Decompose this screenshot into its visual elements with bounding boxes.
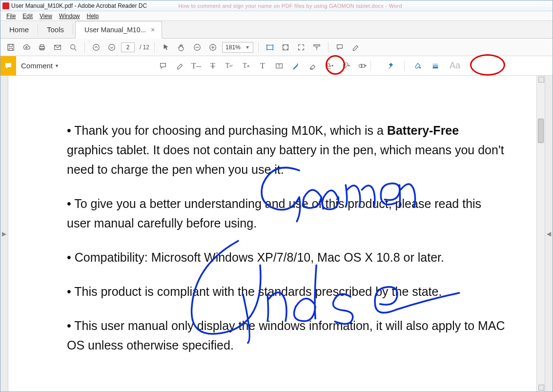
svg-rect-14 [313, 44, 320, 46]
text-box-icon[interactable]: T [273, 60, 286, 72]
menu-window[interactable]: Window [56, 12, 83, 20]
svg-point-9 [109, 44, 115, 50]
svg-point-8 [93, 44, 100, 50]
pdf-page: • Thank you for choosing and purchasing … [8, 76, 536, 392]
fit-page-icon[interactable] [279, 41, 292, 54]
scrollbar-thumb[interactable] [538, 119, 544, 143]
underline-text-icon[interactable]: T [190, 60, 203, 72]
highlighter-icon[interactable] [173, 60, 186, 72]
menubar: File Edit View Window Help [0, 11, 553, 21]
svg-point-7 [71, 44, 75, 49]
email-icon[interactable] [51, 41, 64, 54]
search-icon[interactable] [67, 41, 80, 54]
main-toolbar: / 12 181% ▼ [0, 39, 553, 56]
fullscreen-icon[interactable] [295, 41, 307, 54]
page-down-icon[interactable] [105, 41, 118, 54]
svg-rect-4 [40, 44, 43, 46]
hand-pan-icon[interactable] [175, 41, 188, 54]
page-total: / 12 [140, 44, 149, 51]
read-mode-icon[interactable] [310, 41, 323, 54]
menu-file[interactable]: File [3, 12, 19, 20]
content-area: ▶ • Thank you for choosing and purchasin… [0, 76, 553, 392]
text-properties-label[interactable]: Aa [450, 61, 460, 71]
zoom-select[interactable]: 181% ▼ [222, 42, 253, 53]
add-text-icon[interactable]: T [256, 60, 269, 72]
menu-view[interactable]: View [37, 12, 55, 20]
menu-edit[interactable]: Edit [20, 12, 36, 20]
zoom-in-icon[interactable] [206, 41, 219, 54]
doc-text: • This product is compliant with the sta… [67, 282, 507, 301]
chevron-down-icon: ▼ [246, 45, 250, 50]
vertical-scrollbar[interactable] [536, 76, 545, 392]
svg-rect-2 [9, 48, 12, 50]
cloud-upload-icon[interactable] [20, 41, 33, 54]
print-icon[interactable] [36, 41, 48, 54]
page-up-icon[interactable] [90, 41, 102, 54]
menu-help[interactable]: Help [84, 12, 102, 20]
app-icon [2, 2, 9, 9]
doc-text: • To give you a better understanding and… [67, 194, 507, 233]
svg-rect-0 [8, 44, 14, 50]
nav-home[interactable]: Home [0, 21, 38, 38]
doc-text: • Compatibility: Microsoft Windows XP/7/… [67, 248, 507, 267]
document-viewport[interactable]: • Thank you for choosing and purchasing … [8, 76, 545, 392]
stamp-tool-icon[interactable]: ▾ [323, 60, 335, 72]
line-thickness-icon[interactable] [429, 60, 442, 72]
panel-toggle-left[interactable]: ▶ [0, 76, 8, 392]
comment-toolbar: Comment ▼ T T T↵ Tᴀ T T ▾ ▾ ▾ Aa [0, 56, 553, 76]
attachment-tool-icon[interactable]: ▾ [339, 60, 352, 72]
strikethrough-icon[interactable]: T [206, 60, 219, 72]
pin-toolbar-icon[interactable] [385, 60, 397, 72]
save-icon[interactable] [4, 41, 17, 54]
selection-arrow-icon[interactable] [160, 41, 172, 54]
chevron-down-icon: ▼ [55, 63, 59, 68]
doc-text: • This user manual only display the wind… [67, 316, 507, 355]
doc-text-bold: Battery-Free [387, 124, 459, 137]
svg-text:T: T [278, 63, 281, 68]
fit-width-icon[interactable] [264, 41, 276, 54]
comment-bubble-icon[interactable] [333, 41, 346, 54]
titlebar: User Manual_M10K.pdf - Adobe Acrobat Rea… [0, 0, 553, 11]
zoom-value: 181% [225, 44, 241, 51]
erase-drawing-icon[interactable] [306, 60, 319, 72]
svg-point-17 [359, 64, 362, 67]
draw-freeform-icon[interactable] [289, 60, 302, 72]
sticky-note-icon[interactable] [157, 60, 169, 72]
svg-rect-12 [266, 45, 273, 49]
tabbar: Home Tools User Manual_M10... × [0, 21, 553, 39]
background-window-title: How to comment and sign your name on PDF… [178, 3, 402, 9]
doc-text: graphics tablet. It does not contain any… [67, 143, 504, 176]
svg-rect-1 [9, 44, 12, 46]
drawing-tools-icon[interactable]: ▾ [356, 60, 369, 72]
close-icon[interactable]: × [151, 26, 155, 34]
comment-dropdown[interactable]: Comment ▼ [21, 62, 59, 70]
doc-text: • Thank you for choosing and purchasing … [67, 124, 387, 137]
tab-label: User Manual_M10... [84, 26, 146, 34]
zoom-out-icon[interactable] [191, 41, 204, 54]
annotation-circle-4 [470, 54, 505, 76]
window-title: User Manual_M10K.pdf - Adobe Acrobat Rea… [11, 2, 147, 9]
replace-text-icon[interactable]: T↵ [223, 60, 236, 72]
nav-tools[interactable]: Tools [38, 21, 73, 38]
panel-toggle-right[interactable]: ◀ [545, 76, 553, 392]
page-number-input[interactable] [121, 42, 135, 52]
comment-panel-badge[interactable] [0, 56, 16, 76]
svg-point-19 [419, 66, 421, 68]
color-picker-icon[interactable] [411, 60, 424, 72]
insert-text-icon[interactable]: Tᴀ [240, 60, 252, 72]
highlight-icon[interactable] [349, 41, 362, 54]
tab-document[interactable]: User Manual_M10... × [75, 21, 162, 39]
